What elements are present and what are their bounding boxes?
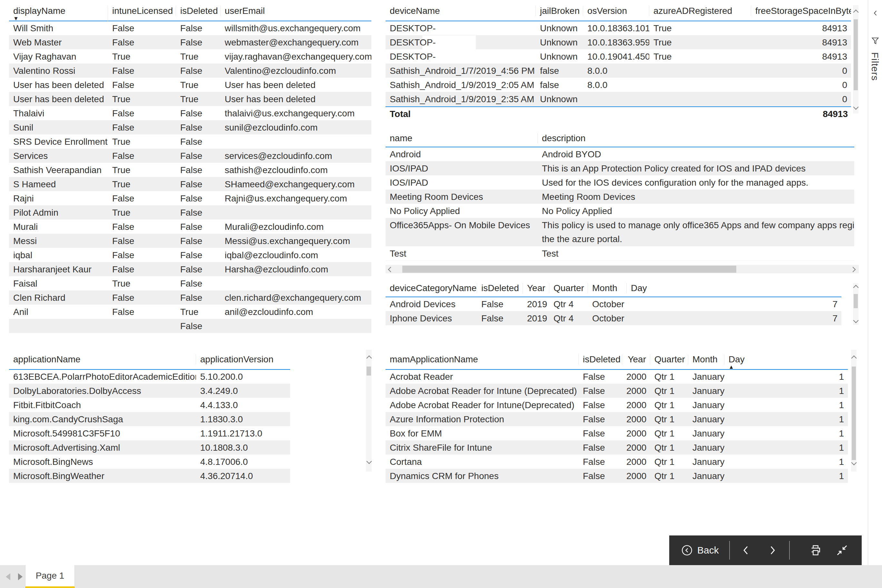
table-row[interactable]: iqbalFalseFalseiqbal@ezcloudinfo.com	[9, 248, 371, 262]
chevron-down-icon[interactable]	[366, 459, 372, 464]
previous-tab-arrow[interactable]	[6, 573, 10, 580]
column-header-userEmail[interactable]: userEmail	[220, 6, 371, 16]
table-row[interactable]: Iphone DevicesFalse2019Qtr 4October7	[386, 311, 842, 325]
table-row[interactable]: Meeting Room DevicesMeeting Room Devices	[386, 190, 854, 204]
table-row[interactable]: Citrix ShareFile for IntuneFalse2000Qtr …	[386, 441, 848, 455]
column-header-azureADRegistered[interactable]: azureADRegistered	[649, 6, 751, 16]
chevron-right-icon[interactable]	[850, 267, 856, 272]
column-header-applicationVersion[interactable]: applicationVersion	[196, 354, 290, 364]
table-row[interactable]: Box for EMMFalse2000Qtr 1January1	[386, 426, 848, 441]
table-row[interactable]: Android DevicesFalse2019Qtr 4October7	[386, 297, 842, 311]
chevron-up-icon[interactable]	[853, 10, 859, 15]
table-row[interactable]: S HameedTrueFalseSHameed@exchangequery.c…	[9, 177, 371, 192]
column-header-description[interactable]: description	[538, 133, 854, 144]
table-row[interactable]: 613EBCEA.PolarrPhotoEditorAcademicEditio…	[9, 370, 290, 384]
table-row[interactable]: CortanaFalse2000Qtr 1January1	[386, 455, 848, 469]
chevron-down-icon[interactable]	[853, 105, 859, 110]
table-row[interactable]: AnilFalseTrueanil@ezcloudinfo.com	[9, 305, 371, 319]
table-row[interactable]: Will SmithFalseFalsewillsmith@us.exchang…	[9, 21, 371, 36]
chevron-up-icon[interactable]	[853, 285, 859, 291]
table-row[interactable]: Microsoft.BingWeather4.36.20714.0	[9, 469, 290, 483]
scrollbar-thumb[interactable]	[366, 366, 371, 375]
table-row[interactable]: Dynamics CRM for PhonesFalse2000Qtr 1Jan…	[386, 469, 848, 483]
table-row[interactable]: Adobe Acrobat Reader for Intune(Deprecat…	[386, 398, 848, 412]
table-row[interactable]: Microsoft.549981C3F5F101.1911.21713.0	[9, 426, 290, 441]
mam-applications-scrollbar[interactable]	[851, 350, 856, 472]
column-header-mamApplicationName[interactable]: mamApplicationName	[386, 354, 579, 364]
column-header-jailBroken[interactable]: jailBroken	[536, 6, 583, 16]
table-row[interactable]: Microsoft.BingNews4.8.17006.0	[9, 455, 290, 469]
column-header-applicationName[interactable]: applicationName	[9, 354, 196, 364]
table-row[interactable]: Acrobat ReaderFalse2000Qtr 1January1	[386, 370, 848, 384]
column-header-Month[interactable]: Month	[688, 354, 724, 364]
table-row[interactable]: Sathish VeerapandianTrueFalsesathish@ezc…	[9, 163, 371, 177]
column-header-isDeleted[interactable]: isDeleted	[477, 283, 523, 293]
table-row[interactable]: Web MasterFalseFalsewebmaster@exchangequ…	[9, 36, 371, 50]
table-row[interactable]: DESKTOP-Unknown10.0.18363.1016True84913	[386, 21, 851, 36]
column-header-Year[interactable]: Year	[523, 283, 549, 293]
next-tab-arrow[interactable]	[18, 573, 22, 580]
table-row[interactable]: Pilot AdminTrueFalse	[9, 206, 371, 220]
print-button[interactable]	[809, 544, 822, 557]
column-header-isDeleted[interactable]: isDeleted	[579, 354, 622, 364]
column-header-osVersion[interactable]: osVersion	[583, 6, 649, 16]
column-header-freeStorageSpaceInBytes[interactable]: freeStorageSpaceInBytes	[751, 6, 851, 16]
scrollbar-thumb[interactable]	[402, 266, 736, 273]
table-row[interactable]: Clen RichardFalseFalseclen.richard@excha…	[9, 291, 371, 305]
table-row[interactable]: MessiFalseFalseMessi@us.exchangequery.co…	[9, 234, 371, 248]
table-row[interactable]: Valentino RossiFalseFalseValentino@ezclo…	[9, 64, 371, 78]
table-row[interactable]: ServicesFalseFalseservices@ezcloudinfo.c…	[9, 149, 371, 163]
table-row[interactable]: ThalaiviFalseFalsethalaivi@us.exchangequ…	[9, 106, 371, 121]
table-row[interactable]: Office365Apps- On Mobile DevicesThis pol…	[386, 218, 854, 247]
table-row[interactable]: Adobe Acrobat Reader for Intune (Depreca…	[386, 384, 848, 398]
next-page-button[interactable]	[766, 544, 779, 557]
column-header-displayName[interactable]: displayName▼	[9, 6, 108, 21]
app-policies-h-scrollbar[interactable]	[386, 265, 859, 273]
scrollbar-thumb[interactable]	[852, 366, 856, 460]
applications-table-scrollbar[interactable]	[366, 350, 372, 472]
scrollbar-thumb[interactable]	[854, 20, 858, 90]
table-row[interactable]: Azure Information ProtectionFalse2000Qtr…	[386, 412, 848, 426]
chevron-up-icon[interactable]	[851, 356, 857, 361]
column-header-deviceCategoryName[interactable]: deviceCategoryName	[386, 283, 477, 293]
table-row[interactable]: Sathish_Android_1/9/2019_2:05 AMfalse8.0…	[386, 78, 851, 92]
column-header-name[interactable]: name	[386, 133, 538, 144]
table-row[interactable]: king.com.CandyCrushSaga1.1830.3.0	[9, 412, 290, 426]
column-header-Day[interactable]: Day▲	[724, 354, 848, 370]
table-row[interactable]: FaisalTrueFalse	[9, 277, 371, 291]
table-row[interactable]: False	[9, 319, 371, 333]
table-row[interactable]: DESKTOP-Unknown10.0.18363.959True84913	[386, 36, 851, 50]
column-header-Day[interactable]: Day	[627, 283, 842, 293]
table-row[interactable]: Harsharanjeet KaurFalseFalseHarsha@ezclo…	[9, 262, 371, 277]
chevron-down-icon[interactable]	[851, 460, 857, 465]
chevron-left-icon[interactable]	[388, 267, 394, 272]
back-button[interactable]: Back	[681, 544, 719, 556]
column-header-Quarter[interactable]: Quarter	[650, 354, 688, 364]
table-row[interactable]: No Policy AppliedNo Policy Applied	[386, 204, 854, 218]
column-header-Year[interactable]: Year	[622, 354, 650, 364]
table-row[interactable]: RajniFalseFalseRajni@us.exchangequery.co…	[9, 192, 371, 206]
tab-page-1[interactable]: Page 1	[25, 565, 75, 588]
chevron-up-icon[interactable]	[366, 356, 372, 361]
table-row[interactable]: AndroidAndroid BYOD	[386, 147, 854, 162]
column-header-intuneLicensed[interactable]: intuneLicensed	[108, 6, 176, 16]
table-row[interactable]: SRS Device EnrollmentTrueFalse	[9, 135, 371, 149]
previous-page-button[interactable]	[740, 544, 752, 557]
column-header-Quarter[interactable]: Quarter	[549, 283, 588, 293]
table-row[interactable]: DolbyLaboratories.DolbyAccess3.4.249.0	[9, 384, 290, 398]
chevron-down-icon[interactable]	[853, 318, 859, 323]
column-header-deviceName[interactable]: deviceName	[386, 6, 536, 16]
table-row[interactable]: Microsoft.Advertising.Xaml10.1808.3.0	[9, 441, 290, 455]
devices-table-scrollbar[interactable]	[853, 5, 858, 114]
table-row[interactable]: User has been deletedFalseTrueUser has b…	[9, 78, 371, 92]
table-row[interactable]: DESKTOP-Unknown10.0.19041.450True84913	[386, 50, 851, 64]
expand-filters-button[interactable]	[871, 8, 880, 19]
table-row[interactable]: User has been deletedTrueTrueUser has be…	[9, 92, 371, 106]
column-header-isDeleted[interactable]: isDeleted	[176, 6, 220, 16]
table-row[interactable]: IOS/IPADUsed for the IOS devices configu…	[386, 176, 854, 190]
scrollbar-thumb[interactable]	[854, 294, 858, 308]
table-row[interactable]: Sathish_Android_1/9/2019_2:35 AMUnknown0	[386, 92, 851, 106]
table-row[interactable]: Sathish_Android_1/7/2019_4:56 PMfalse8.0…	[386, 64, 851, 78]
table-row[interactable]: TestTest	[386, 247, 854, 261]
exit-fullscreen-button[interactable]	[836, 544, 849, 557]
